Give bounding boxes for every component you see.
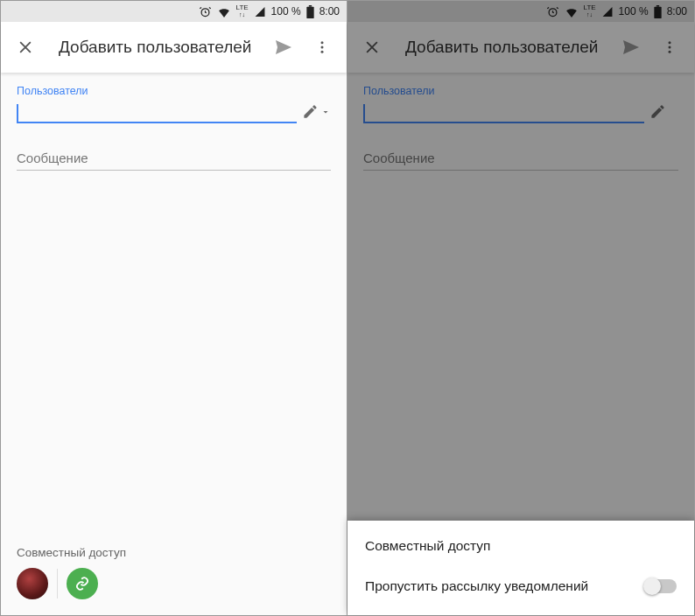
clock-time: 8:00 [667,5,687,18]
app-bar: Добавить пользователей [348,22,694,73]
page-title: Добавить пользователей [48,38,261,57]
svg-rect-7 [654,6,661,18]
sheet-item-label: Пропустить рассылку уведомлений [365,578,588,594]
network-lte-icon: LTE↑↓ [584,4,596,18]
svg-rect-8 [656,5,658,7]
battery-percent: 100 % [271,5,301,18]
shared-access-label: Совместный доступ [17,546,331,559]
message-input[interactable] [17,146,331,171]
permission-dropdown[interactable] [302,103,331,123]
svg-point-3 [321,41,324,44]
bottom-bar: Совместный доступ [1,534,347,615]
sheet-item-skip-notifications[interactable]: Пропустить рассылку уведомлений [348,566,694,606]
sheet-item-shared-access[interactable]: Совместный доступ [348,526,694,566]
svg-rect-2 [308,5,311,7]
app-bar: Добавить пользователей [1,22,347,73]
link-share-button[interactable] [67,568,98,599]
link-icon [74,576,90,592]
content-area: Пользователи [1,73,347,171]
content-area: Пользователи [348,73,694,171]
status-bar: LTE↑↓ 100 % 8:00 [1,1,347,22]
alarm-icon [546,5,559,18]
bottom-sheet: Совместный доступ Пропустить рассылку ув… [348,521,694,615]
chevron-down-icon [320,107,331,117]
screen-right: LTE↑↓ 100 % 8:00 Добавить пользователей [348,1,694,615]
status-bar: LTE↑↓ 100 % 8:00 [348,1,694,22]
send-button[interactable] [268,32,299,63]
svg-point-4 [321,46,324,49]
svg-point-9 [669,41,671,44]
wifi-icon [217,6,231,18]
svg-point-5 [321,51,324,53]
battery-icon [654,5,662,18]
screen-left: LTE↑↓ 100 % 8:00 Добавить пользователей [1,1,348,615]
close-button[interactable] [10,32,41,63]
message-input[interactable] [363,146,678,171]
battery-icon [306,5,314,18]
alarm-icon [199,5,212,18]
network-lte-icon: LTE↑↓ [236,4,249,18]
users-input[interactable] [363,99,644,123]
signal-icon [601,6,614,18]
pencil-icon [649,103,666,120]
battery-percent: 100 % [619,5,649,18]
shared-user-avatar[interactable] [17,568,48,599]
clock-time: 8:00 [319,5,340,18]
divider [57,569,58,598]
signal-icon [254,6,266,18]
skip-notifications-switch[interactable] [645,579,677,593]
send-button[interactable] [615,32,647,63]
users-field-label: Пользователи [17,85,331,97]
overflow-menu-button[interactable] [306,32,338,63]
chevron-down-icon [668,107,678,117]
wifi-icon [565,6,579,18]
users-field-label: Пользователи [363,85,678,97]
pencil-icon [302,103,319,120]
svg-point-11 [669,51,671,53]
users-input[interactable] [17,99,297,123]
sheet-item-label: Совместный доступ [365,538,491,554]
overflow-menu-button[interactable] [654,32,685,63]
page-title: Добавить пользователей [395,38,608,57]
svg-rect-1 [306,6,313,18]
svg-point-10 [669,46,671,49]
close-button[interactable] [356,32,388,63]
permission-dropdown[interactable] [649,103,678,123]
